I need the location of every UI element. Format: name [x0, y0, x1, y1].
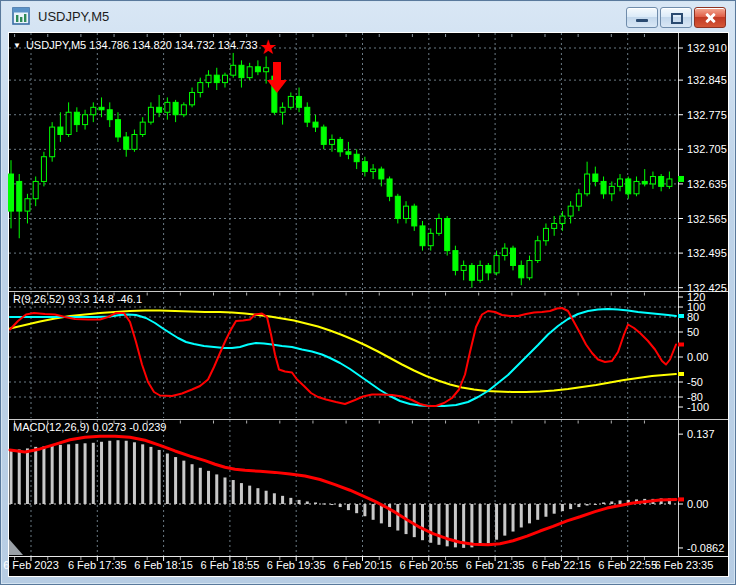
candle-body [543, 228, 548, 240]
macd-histogram-bar [314, 502, 317, 504]
symbol-dropdown-icon[interactable]: ▼ [13, 41, 21, 50]
macd-histogram-bar [84, 443, 87, 504]
macd-histogram-bar [199, 468, 202, 504]
macd-histogram-bar [355, 504, 358, 513]
candle-body [453, 251, 458, 271]
macd-histogram-bar [75, 444, 78, 504]
ohlc-header[interactable]: ▼USDJPY,M5 134.786 134.820 134.732 134.7… [13, 39, 258, 51]
macd-scale-label: 0.137 [687, 428, 715, 440]
candle-body [124, 137, 129, 149]
macd-histogram-bar [92, 443, 95, 504]
macd-histogram-bar [421, 504, 424, 540]
macd-histogram-bar [413, 504, 416, 537]
macd-histogram-bar [339, 504, 342, 507]
candle-body [321, 127, 326, 144]
candle-body [395, 196, 400, 218]
candle-body [428, 233, 433, 245]
macd-histogram-bar [191, 464, 194, 504]
candle-body [346, 152, 351, 154]
candle-body [190, 92, 195, 104]
candle-body [659, 176, 664, 186]
macd-histogram-bar [512, 504, 515, 532]
price-label: 132.845 [687, 74, 727, 86]
indicator-label: R(9,26,52) 93.3 14.8 -46.1 [13, 293, 142, 305]
candle-body [626, 179, 631, 194]
macd-histogram-bar [520, 504, 523, 527]
candle-body [412, 206, 417, 226]
macd-histogram-bar [232, 480, 235, 504]
macd-histogram-bar [586, 504, 589, 506]
macd-histogram-bar [18, 449, 21, 504]
candle-body [157, 107, 162, 112]
macd-scale-label: 0.00 [687, 498, 708, 510]
candle-body [181, 105, 186, 115]
macd-histogram-bar [281, 496, 284, 504]
candle-body [264, 68, 269, 72]
macd-histogram-bar [610, 501, 613, 504]
candle-body [297, 96, 302, 107]
candle-body [148, 107, 153, 122]
macd-histogram-bar [256, 488, 259, 504]
macd-histogram-bar [396, 504, 399, 531]
candle-body [593, 174, 598, 181]
macd-histogram-bar [437, 504, 440, 545]
time-label: 6 Feb 20:55 [399, 559, 458, 571]
candle-body [91, 107, 96, 114]
cyan-value-marker [678, 314, 684, 318]
candle-body [206, 75, 211, 82]
candle-body [99, 107, 104, 109]
macd-histogram-bar [108, 441, 111, 504]
candle-body [511, 248, 516, 265]
macd-histogram-bar [561, 504, 564, 511]
time-label: 6 Feb 20:15 [333, 559, 392, 571]
candle-body [494, 256, 499, 273]
candle-body [198, 83, 203, 93]
macd-histogram-bar [182, 461, 185, 504]
yellow-value-marker [678, 372, 684, 376]
sell-star-icon[interactable]: ★ [259, 36, 277, 58]
candle-body [338, 139, 343, 151]
candle-body [74, 112, 79, 124]
candle-body [634, 181, 639, 193]
candle-body [585, 174, 590, 194]
candle-body [50, 127, 55, 157]
candle-body [41, 157, 46, 182]
macd-histogram-bar [577, 504, 580, 507]
candle-body [107, 110, 112, 120]
candle-body [9, 174, 14, 211]
candle-body [469, 265, 474, 280]
macd-histogram-bar [34, 447, 37, 504]
candle-body [379, 169, 384, 179]
time-label: 6 Feb 22:55 [598, 559, 657, 571]
macd-histogram-bar [141, 444, 144, 504]
macd-label: MACD(12,26,9) 0.0273 -0.0239 [13, 421, 166, 433]
macd-histogram-bar [273, 493, 276, 504]
macd-histogram-bar [479, 504, 482, 546]
macd-histogram-bar [306, 501, 309, 504]
candle-body [560, 216, 565, 223]
time-label: 6 Feb 18:15 [134, 559, 193, 571]
candle-body [618, 179, 623, 186]
candle-body [519, 265, 524, 277]
macd-histogram-bar [240, 483, 243, 504]
candle-body [478, 265, 483, 280]
candle-body [642, 181, 647, 183]
macd-histogram-bar [544, 504, 547, 517]
macd-histogram-bar [372, 504, 375, 520]
macd-histogram-bar [503, 504, 506, 536]
macd-value-marker [678, 497, 684, 501]
current-price-marker [678, 176, 684, 182]
macd-histogram-bar [42, 446, 45, 504]
macd-histogram-bar [149, 447, 152, 504]
macd-histogram-bar [495, 504, 498, 540]
candle-body [280, 107, 285, 112]
macd-histogram-bar [51, 445, 54, 504]
ohlc-header-text: USDJPY,M5 134.786 134.820 134.732 134.73… [26, 39, 258, 51]
time-label: 6 Feb 19:35 [267, 559, 326, 571]
candle-body [329, 139, 334, 144]
candle-body [436, 219, 441, 234]
candle-body [115, 120, 120, 137]
candle-body [420, 226, 425, 246]
macd-histogram-bar [207, 471, 210, 504]
oscillator-scale-label: 50 [687, 326, 699, 338]
